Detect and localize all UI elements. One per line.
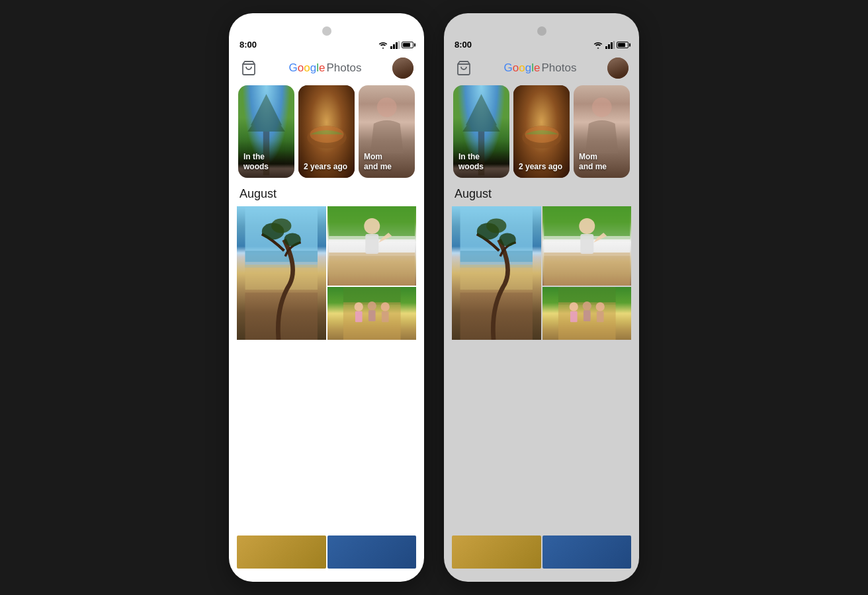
avatar-image-2 [607, 58, 629, 79]
memory-card-food-2[interactable]: 2 years ago [513, 85, 570, 178]
photo-group-2[interactable] [542, 287, 632, 340]
svg-point-49 [499, 233, 515, 246]
svg-point-62 [595, 302, 604, 311]
status-time-2: 8:00 [455, 40, 472, 50]
shop-icon[interactable] [239, 59, 258, 77]
status-icons-2 [593, 41, 629, 49]
avatar-image [392, 58, 413, 79]
memory-label-mom-2: Momand me [579, 152, 607, 173]
google-photos-logo: Google Photos [289, 61, 362, 75]
svg-point-50 [486, 219, 506, 233]
svg-point-42 [592, 97, 612, 117]
status-bar-2: 8:00 [452, 40, 631, 50]
photo-group[interactable] [327, 287, 417, 340]
photo-beach-2[interactable] [452, 206, 541, 340]
svg-point-30 [380, 302, 389, 311]
signal-icon-2 [605, 41, 615, 49]
svg-point-22 [364, 218, 380, 234]
avatar[interactable] [392, 58, 413, 79]
svg-rect-33 [608, 44, 610, 49]
svg-rect-1 [393, 44, 395, 49]
svg-rect-2 [396, 42, 398, 49]
memory-label-woods: In thewoods [243, 152, 269, 173]
peek-item-3[interactable] [452, 536, 541, 569]
memory-label-mom: Momand me [364, 152, 392, 173]
shop-icon-2[interactable] [455, 59, 473, 77]
food-svg-2 [519, 104, 564, 159]
group-svg [327, 287, 417, 340]
memory-card-mom-2[interactable]: Momand me [574, 85, 630, 178]
battery-icon-2 [617, 42, 629, 48]
photo-kid-2[interactable] [542, 206, 632, 286]
memory-label-food-2: 2 years ago [519, 162, 562, 173]
beach-svg [237, 206, 326, 340]
svg-rect-14 [245, 264, 318, 292]
food-svg [304, 104, 349, 159]
svg-rect-32 [605, 46, 607, 49]
peek-item-4[interactable] [542, 536, 632, 569]
bottom-peek-2 [452, 536, 631, 569]
svg-rect-55 [580, 234, 593, 254]
peek-item-2[interactable] [327, 536, 417, 569]
group-svg-2 [542, 287, 632, 340]
svg-rect-46 [460, 264, 533, 292]
photos-wordmark: Photos [326, 61, 361, 75]
battery-icon [402, 42, 413, 48]
peek-item-1[interactable] [237, 536, 326, 569]
kid-svg [327, 206, 417, 286]
status-time: 8:00 [239, 40, 257, 50]
header-2: Google Photos [452, 55, 631, 85]
photo-beach[interactable] [237, 206, 326, 340]
memories-row: In thewoods 2 years ago Momand me [237, 85, 416, 178]
memories-row-2: In thewoods 2 years ago Momand me [452, 85, 631, 178]
svg-rect-59 [570, 311, 577, 323]
svg-rect-34 [611, 42, 613, 49]
memory-label-woods-2: In thewoods [458, 152, 484, 173]
svg-rect-27 [355, 311, 362, 323]
google-wordmark-2: Google [504, 61, 541, 75]
signal-icon [390, 41, 400, 49]
svg-rect-3 [398, 41, 400, 49]
memory-card-food[interactable]: 2 years ago [298, 85, 355, 178]
svg-rect-61 [583, 310, 590, 321]
svg-rect-21 [329, 253, 415, 286]
google-photos-logo-2: Google Photos [504, 61, 577, 75]
phone-notch-2 [537, 26, 546, 36]
svg-rect-0 [390, 46, 392, 49]
svg-rect-31 [381, 311, 388, 323]
photo-kid[interactable] [327, 206, 417, 286]
svg-point-17 [284, 233, 300, 246]
svg-point-26 [354, 302, 363, 311]
avatar-2[interactable] [607, 58, 629, 79]
photos-wordmark-2: Photos [541, 61, 576, 75]
svg-point-58 [569, 302, 578, 311]
phone-dark: 8:00 [444, 13, 639, 582]
svg-point-54 [579, 218, 595, 234]
phone-notch [322, 26, 331, 36]
svg-rect-35 [613, 41, 615, 49]
svg-rect-29 [368, 310, 375, 321]
google-wordmark: Google [289, 61, 326, 75]
svg-rect-53 [544, 253, 630, 286]
bottom-peek [237, 536, 416, 569]
svg-rect-63 [596, 311, 603, 323]
memory-card-mom[interactable]: Momand me [359, 85, 415, 178]
wifi-icon [378, 41, 388, 49]
phone-light: 8:00 [229, 13, 424, 582]
photo-grid-2 [452, 206, 631, 534]
memory-card-woods[interactable]: In thewoods [238, 85, 294, 178]
svg-point-18 [271, 219, 291, 233]
section-title-august-2: August [452, 187, 631, 201]
svg-marker-39 [462, 104, 500, 132]
svg-point-28 [367, 301, 376, 310]
memory-label-food: 2 years ago [304, 162, 347, 173]
wifi-icon-2 [593, 41, 603, 49]
beach-svg-2 [452, 206, 541, 340]
header: Google Photos [237, 55, 416, 85]
svg-point-10 [377, 97, 397, 117]
svg-point-60 [582, 301, 591, 310]
svg-rect-23 [365, 234, 378, 254]
section-title-august: August [237, 187, 416, 201]
status-bar: 8:00 [237, 40, 416, 50]
memory-card-woods-2[interactable]: In thewoods [453, 85, 509, 178]
